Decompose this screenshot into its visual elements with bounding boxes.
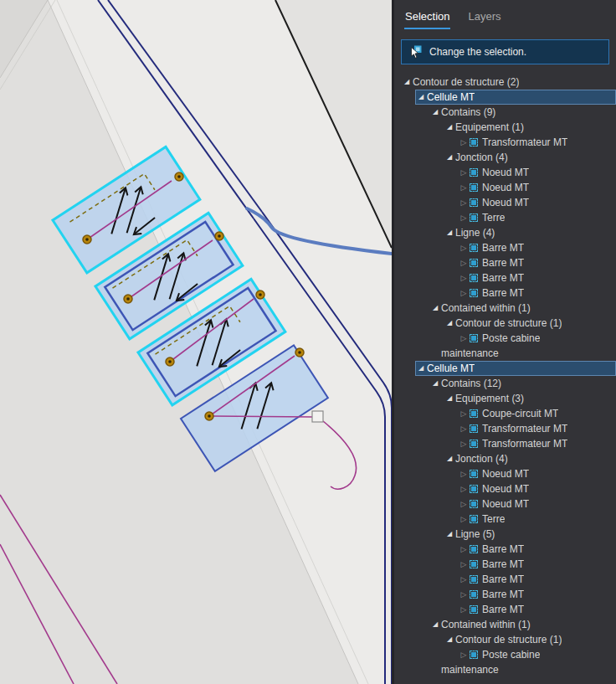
- tree-row[interactable]: ◢Cellule MT: [394, 361, 616, 376]
- expanded-arrow-icon[interactable]: ◢: [429, 105, 441, 120]
- tree-row[interactable]: ▷Barre MT: [394, 587, 616, 602]
- collapsed-arrow-icon[interactable]: ▷: [458, 436, 470, 451]
- tree-row[interactable]: ▷Noeud MT: [394, 195, 616, 210]
- map-canvas[interactable]: [0, 0, 392, 684]
- tree-row[interactable]: ◢Equipement (3): [394, 391, 616, 406]
- tree-row[interactable]: ▷Noeud MT: [394, 165, 616, 180]
- tree-row[interactable]: ▷Terre: [394, 512, 616, 527]
- tree-row-content: ▷Noeud MT: [458, 165, 616, 180]
- tree-row[interactable]: ▷Barre MT: [394, 542, 616, 557]
- tab-selection[interactable]: Selection: [404, 8, 450, 29]
- tree-row[interactable]: ▷Poste cabine: [394, 647, 616, 662]
- expanded-arrow-icon[interactable]: ◢: [429, 376, 441, 391]
- tree-indent: [394, 587, 458, 602]
- tree-row[interactable]: ◢Contains (12): [394, 376, 616, 391]
- collapsed-arrow-icon[interactable]: ▷: [458, 195, 470, 210]
- tree-row-content: ▷Terre: [458, 210, 616, 225]
- collapsed-arrow-icon[interactable]: ▷: [458, 270, 470, 285]
- tree-row[interactable]: ◢Equipement (1): [394, 120, 616, 135]
- tree-row[interactable]: ▷Coupe-circuit MT: [394, 406, 616, 421]
- tree-row-content: ▷Poste cabine: [458, 647, 616, 662]
- collapsed-arrow-icon[interactable]: ▷: [458, 210, 470, 225]
- collapsed-arrow-icon[interactable]: ▷: [458, 135, 470, 150]
- expanded-arrow-icon[interactable]: ◢: [444, 225, 455, 240]
- expanded-arrow-icon[interactable]: ◢: [444, 632, 455, 647]
- tree-row[interactable]: ▷Transformateur MT: [394, 135, 616, 150]
- tree-row[interactable]: ▷Barre MT: [394, 602, 616, 617]
- collapsed-arrow-icon[interactable]: ▷: [458, 496, 470, 512]
- tree-row[interactable]: ◢Contour de structure (2): [394, 75, 616, 90]
- collapsed-arrow-icon[interactable]: ▷: [458, 331, 470, 346]
- tree-row[interactable]: ▷Transformateur MT: [394, 436, 616, 451]
- tree-row[interactable]: ◢Contour de structure (1): [394, 316, 616, 331]
- tree-row[interactable]: ◢Contains (9): [394, 105, 616, 120]
- tree-indent: [394, 301, 429, 316]
- tree-row[interactable]: ◢Contained within (1): [394, 301, 616, 316]
- collapsed-arrow-icon[interactable]: ▷: [458, 647, 470, 662]
- tree-indent: [394, 527, 444, 542]
- collapsed-arrow-icon[interactable]: ▷: [458, 557, 470, 572]
- collapsed-arrow-icon[interactable]: ▷: [458, 406, 470, 421]
- collapsed-arrow-icon[interactable]: ▷: [458, 542, 470, 557]
- tree-row-content: ▷Noeud MT: [458, 466, 616, 481]
- change-selection-button[interactable]: Change the selection.: [401, 39, 609, 64]
- collapsed-arrow-icon[interactable]: ▷: [458, 512, 470, 527]
- tree-item-label: Contour de structure (1): [455, 632, 562, 647]
- expanded-arrow-icon[interactable]: ◢: [444, 316, 455, 331]
- collapsed-arrow-icon[interactable]: ▷: [458, 165, 470, 180]
- tree-row[interactable]: ◢Ligne (4): [394, 225, 616, 240]
- expanded-arrow-icon[interactable]: ◢: [444, 451, 455, 466]
- expanded-arrow-icon[interactable]: ◢: [444, 527, 455, 542]
- collapsed-arrow-icon[interactable]: ▷: [458, 587, 470, 602]
- tree-row-content: ▷Noeud MT: [458, 180, 616, 195]
- tree-row[interactable]: ◢Cellule MT: [394, 90, 616, 105]
- expanded-arrow-icon[interactable]: ◢: [429, 301, 441, 316]
- collapsed-arrow-icon[interactable]: ▷: [458, 572, 470, 587]
- tree-row-content: ◢Contains (9): [429, 105, 616, 120]
- collapsed-arrow-icon[interactable]: ▷: [458, 255, 470, 270]
- expanded-arrow-icon[interactable]: ◢: [401, 75, 413, 90]
- collapsed-arrow-icon[interactable]: ▷: [458, 285, 470, 301]
- tree-row[interactable]: maintenance: [394, 346, 616, 361]
- tree-row[interactable]: ▷Barre MT: [394, 557, 616, 572]
- expanded-arrow-icon[interactable]: ◢: [444, 391, 455, 406]
- tree-item-label: Barre MT: [482, 587, 524, 602]
- tree-row[interactable]: ▷Noeud MT: [394, 496, 616, 512]
- tree-item-label: Barre MT: [482, 602, 524, 617]
- tree-row[interactable]: ◢Contained within (1): [394, 617, 616, 632]
- map-drawing[interactable]: [0, 0, 392, 684]
- tree-row[interactable]: ▷Barre MT: [394, 285, 616, 301]
- tree-row[interactable]: ▷Barre MT: [394, 240, 616, 255]
- tree-indent: [394, 361, 415, 376]
- tree-row[interactable]: ◢Ligne (5): [394, 527, 616, 542]
- tree-row[interactable]: ▷Poste cabine: [394, 331, 616, 346]
- tree-row[interactable]: ▷Barre MT: [394, 572, 616, 587]
- tree-indent: [394, 346, 429, 361]
- tree-row[interactable]: ◢Jonction (4): [394, 150, 616, 165]
- collapsed-arrow-icon[interactable]: ▷: [458, 481, 470, 496]
- collapsed-arrow-icon[interactable]: ▷: [458, 240, 470, 255]
- expanded-arrow-icon[interactable]: ◢: [429, 617, 441, 632]
- tree-row[interactable]: ▷Noeud MT: [394, 481, 616, 496]
- expanded-arrow-icon[interactable]: ◢: [415, 90, 427, 105]
- tree-row[interactable]: ▷Noeud MT: [394, 466, 616, 481]
- expanded-arrow-icon[interactable]: ◢: [415, 361, 427, 376]
- collapsed-arrow-icon[interactable]: ▷: [458, 466, 470, 481]
- collapsed-arrow-icon[interactable]: ▷: [458, 180, 470, 195]
- tree-row[interactable]: ▷Terre: [394, 210, 616, 225]
- tab-layers[interactable]: Layers: [467, 8, 501, 29]
- tree-row[interactable]: maintenance: [394, 662, 616, 677]
- annotation-marker[interactable]: [312, 411, 323, 422]
- tree-item-label: Transformateur MT: [482, 135, 567, 150]
- collapsed-arrow-icon[interactable]: ▷: [458, 421, 470, 436]
- expanded-arrow-icon[interactable]: ◢: [444, 120, 455, 135]
- tree-row[interactable]: ▷Noeud MT: [394, 180, 616, 195]
- collapsed-arrow-icon[interactable]: ▷: [458, 602, 470, 617]
- tree-row[interactable]: ▷Barre MT: [394, 255, 616, 270]
- tree-row[interactable]: ▷Barre MT: [394, 270, 616, 285]
- tree-row[interactable]: ◢Jonction (4): [394, 451, 616, 466]
- tree-row[interactable]: ▷Transformateur MT: [394, 421, 616, 436]
- tree-item-label: Transformateur MT: [482, 421, 567, 436]
- expanded-arrow-icon[interactable]: ◢: [444, 150, 455, 165]
- tree-row[interactable]: ◢Contour de structure (1): [394, 632, 616, 647]
